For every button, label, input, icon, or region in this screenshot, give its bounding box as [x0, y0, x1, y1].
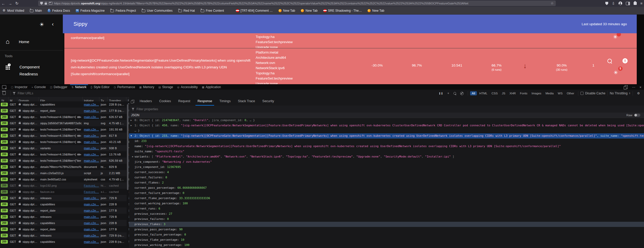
throttling-select[interactable]: No Throttling [610, 92, 627, 95]
bookmark-item[interactable]: Fedora Docs [48, 9, 70, 12]
bookmark-item[interactable]: New Tab [301, 9, 317, 12]
expanded-arrow-icon[interactable]: ▼ [131, 133, 132, 139]
json-tree-row[interactable]: ▶0: Object { id: 2147483647, name: "Over… [129, 118, 644, 123]
back-icon[interactable]: ← [0, 1, 7, 6]
request-list-scrollbar[interactable] [127, 104, 129, 248]
filter-urls-input[interactable]: Filter URLs [18, 92, 33, 95]
reload-icon[interactable]: ↻ [13, 1, 20, 6]
collapsed-arrow-icon[interactable]: ▶ [131, 118, 132, 123]
network-settings-icon[interactable]: ⚙ [637, 92, 640, 95]
bookmark-item[interactable]: SRE Shadowing - The… [323, 9, 362, 12]
devtools-tab-accessibility[interactable]: ◎Accessibility [175, 84, 200, 90]
theme-toggle-icon[interactable]: ☀ [39, 21, 44, 28]
request-row[interactable]: 200GETsippy.dpt…report_datemain.c2e…json… [0, 108, 129, 114]
clear-requests-icon[interactable] [3, 92, 6, 95]
request-row[interactable]: 200GETsippy.dpt…releasesmain.c2e…json729… [0, 232, 129, 239]
bookmark-item[interactable]: New Tab [279, 9, 295, 12]
json-tree-row[interactable]: current_pass_percentage: 66.666666666666… [129, 185, 644, 191]
request-row[interactable]: 200GETsippy.dpt…main.c2e5a010.jsscriptjs… [0, 170, 129, 176]
request-row[interactable]: 200GETsippy.dpt…logo192.pngFaviconL…ht…c… [0, 182, 129, 189]
json-tree-row[interactable]: … } [129, 128, 644, 133]
devtools-tab-debugger[interactable]: ◫Debugger [48, 84, 69, 90]
forward-icon[interactable]: → [7, 1, 13, 6]
search-icon[interactable] [607, 59, 612, 63]
json-tree-row[interactable]: previous_flake_percentage: 10 [129, 237, 644, 243]
request-row[interactable]: 200GETsippy.dpt…details?filters=%7B%22it… [0, 164, 129, 170]
menu-icon[interactable]: ≡ [640, 1, 642, 5]
request-row[interactable]: 200GETsippy.dpt…main.9e665a62.cssstylesh… [0, 176, 129, 182]
request-row[interactable]: 200GETsippy.dpt…tests?release=4.19&filte… [0, 126, 129, 133]
json-tree-row[interactable]: previous_successes: 27 [129, 211, 644, 217]
initiator-cell[interactable]: main.c2e… [83, 239, 99, 245]
devtools-tab-console[interactable]: »Console [30, 84, 48, 90]
initiator-cell[interactable]: main.c2e… [83, 201, 99, 207]
bookmark-item[interactable]: New Tab [368, 9, 384, 12]
details-tab-cookies[interactable]: Cookies [155, 97, 174, 106]
tracking-protection-icon[interactable] [40, 2, 43, 5]
json-tree-row[interactable]: current_failures: 0 [129, 175, 644, 180]
json-tree-row[interactable]: previous_pass_percentage: 90 [129, 227, 644, 232]
test-row[interactable]: [sig-network][OCPFeatureGate:NetworkSegm… [64, 48, 637, 84]
block-requests-icon[interactable] [460, 92, 464, 95]
request-row[interactable]: 200GETsippy.dpt…tests?release=4.19&filte… [0, 158, 129, 164]
pause-icon[interactable]: ❚❚ [439, 92, 443, 95]
request-row[interactable]: 200GETsippy.dpt…tests?release=4.19&filte… [0, 114, 129, 120]
account-icon[interactable] [619, 2, 622, 5]
initiator-cell[interactable]: main.c2e… [83, 145, 99, 151]
details-tab-request[interactable]: Request [174, 97, 194, 106]
json-tree-row[interactable]: current_failure_percentage: 0 [129, 191, 644, 196]
downloads-icon[interactable]: ⇩ [612, 1, 615, 5]
filter-pill-html[interactable]: HTML [477, 91, 489, 95]
url-bar[interactable]: https://sippy.dptools.openshift.org/sipp… [38, 1, 556, 6]
bookmark-item[interactable]: Red Hat [178, 9, 195, 12]
initiator-cell[interactable]: main.c2e… [83, 207, 99, 214]
devtools-close-icon[interactable]: × [639, 85, 641, 89]
json-tree-row[interactable]: jira_component_id: 12367695 [129, 165, 644, 170]
json-tree-row[interactable]: jira_component: "Networking / ovn-kubern… [129, 159, 644, 165]
json-tree-row[interactable]: ▼2: Object { id: 233, name: "[sig-networ… [129, 133, 644, 139]
extensions-icon[interactable] [634, 2, 637, 5]
bookmark-star-icon[interactable]: ☆ [551, 1, 554, 5]
devtools-tab-performance[interactable]: ◷Performance [112, 84, 137, 90]
bookmark-item[interactable]: [TRT-604] Comment … [236, 9, 273, 12]
bookmark-item[interactable]: Most Visited [3, 9, 24, 12]
bookmark-item[interactable]: User Communities [142, 9, 173, 12]
json-tree-row[interactable]: current_runs: 6 [129, 206, 644, 211]
filter-pill-ws[interactable]: WS [556, 91, 565, 95]
request-row[interactable]: 200GETsippy.dpt…tests?release=4.19&filte… [0, 139, 129, 145]
request-row[interactable]: 200GETsippy.dpt…sippy.2d560d7367afd48872… [0, 120, 129, 126]
filter-pill-css[interactable]: CSS [490, 91, 500, 95]
json-tree-row[interactable]: name: "[sig-network][OCPFeatureGate:Netw… [129, 144, 644, 149]
responsive-design-icon[interactable] [625, 85, 628, 89]
devtools-tab-storage[interactable]: ▤Storage [156, 84, 175, 90]
details-tab-security[interactable]: Security [259, 97, 278, 106]
json-tree-row[interactable]: previous_failure_percentage: 0 [129, 232, 644, 237]
initiator-cell[interactable]: main.c2e… [83, 133, 99, 139]
split-panel-icon[interactable] [132, 100, 134, 103]
json-tree-row[interactable]: current_flakes: 2 [129, 180, 644, 185]
bookmark-item[interactable]: Fedora Project [110, 9, 136, 12]
request-row[interactable]: 200GETsippy.dpt…releasesmain.c2e…json729… [0, 195, 129, 201]
element-picker-icon[interactable] [2, 85, 6, 89]
devtools-tab-application[interactable]: ▩Application [200, 84, 223, 90]
request-row[interactable]: 200GETsippy.dpt…report_datemain.c2e…json… [0, 226, 129, 232]
initiator-cell[interactable]: main.c2e… [83, 214, 99, 220]
initiator-cell[interactable]: main.c2e… [83, 226, 99, 232]
lock-icon[interactable] [45, 3, 47, 5]
sidebar-toggle-icon[interactable] [626, 2, 630, 5]
request-row[interactable]: 200GETsippy.dpt…favicon.icoFaviconL…x-i…… [0, 189, 129, 195]
initiator-cell[interactable]: FaviconL… [83, 182, 99, 189]
initiator-cell[interactable]: main.c2e… [83, 158, 99, 164]
json-tree-row[interactable]: suite_name: "openshift-tests" [129, 149, 644, 154]
alert-icon[interactable]: ! [622, 58, 628, 63]
filter-pill-images[interactable]: Images [530, 91, 543, 95]
json-tree-row[interactable]: ▶variants: [ "Platform:metal", "Architec… [129, 154, 644, 159]
initiator-cell[interactable]: main.c2e… [83, 151, 99, 158]
filter-pill-xhr[interactable]: XHR [508, 91, 518, 95]
collapsed-arrow-icon[interactable]: ▶ [132, 154, 133, 159]
raw-toggle[interactable] [634, 114, 640, 117]
initiator-cell[interactable]: main.c2e… [83, 101, 99, 108]
request-row[interactable]: 200GETsippy.dpt…variantsmain.c2e…json938… [0, 145, 129, 151]
initiator-cell[interactable]: main.c2e… [83, 114, 99, 120]
filter-pill-fonts[interactable]: Fonts [518, 91, 529, 95]
